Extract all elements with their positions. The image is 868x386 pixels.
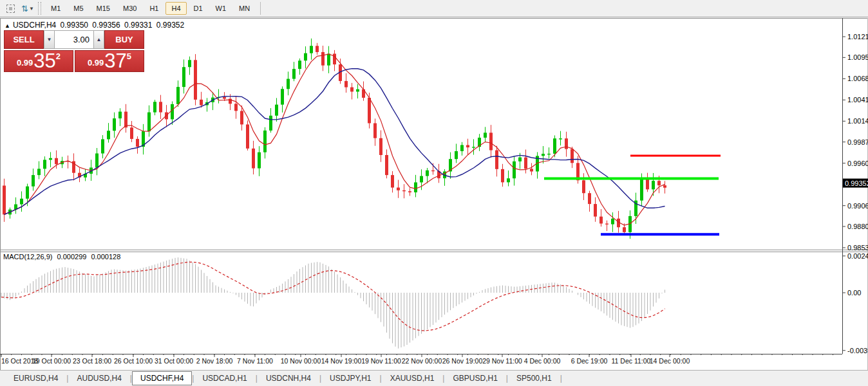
time-tick-label: 22 Nov 00:00 xyxy=(402,357,442,365)
volume-down-button[interactable]: ▼ xyxy=(44,30,55,49)
timeframe-button-m30[interactable]: M30 xyxy=(117,2,142,15)
tab-usdchf-h4[interactable]: USDCHF,H4 xyxy=(132,371,192,385)
timeframe-button-m1[interactable]: M1 xyxy=(45,2,66,15)
time-tick-label: 26 Nov 19:00 xyxy=(442,357,483,365)
time-tick-label: 31 Oct 00:00 xyxy=(155,357,193,365)
price-tick-label: 0.98530 xyxy=(847,244,868,252)
ohlc-open: 0.99350 xyxy=(61,21,88,30)
macd-tick-label: 0.00 xyxy=(847,289,861,297)
timeframe-button-w1[interactable]: W1 xyxy=(210,2,232,15)
toolbar-grip xyxy=(38,2,41,15)
buy-price-prefix: 0.99 xyxy=(88,57,104,70)
price-tick-label: 1.00140 xyxy=(847,117,868,125)
selection-icon[interactable] xyxy=(3,2,17,15)
collapse-triangle-icon[interactable]: ▲ xyxy=(5,23,10,29)
tab-usdcnh-h4[interactable]: USDCNH,H4 xyxy=(258,372,319,385)
sell-button[interactable]: SELL xyxy=(4,30,44,49)
buy-button[interactable]: BUY xyxy=(104,30,144,49)
sell-price-button[interactable]: 0.99 35 2 xyxy=(4,50,73,72)
timeframe-button-m15[interactable]: M15 xyxy=(91,2,116,15)
timeframe-button-h1[interactable]: H1 xyxy=(144,2,164,15)
time-tick-label: 23 Oct 18:00 xyxy=(73,357,111,365)
volume-input[interactable] xyxy=(55,30,93,49)
tab-eurusd-h4[interactable]: EURUSD,H4 xyxy=(5,372,66,385)
toolbar-separator xyxy=(260,2,261,15)
price-tick-label: 1.00680 xyxy=(847,75,868,82)
symbol-tabbar: EURUSD,H4|AUDUSD,H4|USDCHF,H4|USDCAD,H1|… xyxy=(0,370,868,386)
macd-signal-value: 0.000128 xyxy=(91,253,120,261)
ohlc-high: 0.99356 xyxy=(92,21,120,30)
tab-usdcad-h1[interactable]: USDCAD,H1 xyxy=(194,372,255,385)
price-tick-label: 1.00410 xyxy=(847,96,868,104)
tab-separator: | xyxy=(560,374,562,383)
buy-price-button[interactable]: 0.99 37 5 xyxy=(75,50,144,72)
time-tick-label: 19 Nov 11:00 xyxy=(361,357,401,365)
current-price-label: 0.99352 xyxy=(845,179,868,187)
ohlc-close: 0.99352 xyxy=(156,21,184,30)
tab-usdjpy-h1[interactable]: USDJPY,H1 xyxy=(321,372,379,385)
chart-symbol: USDCHF,H4 xyxy=(13,21,56,30)
price-tick-label: 0.99875 xyxy=(847,138,868,146)
timeframe-button-d1[interactable]: D1 xyxy=(188,2,209,15)
sell-price-prefix: 0.99 xyxy=(17,57,33,70)
price-tick-label: 1.00950 xyxy=(847,53,868,61)
volume-up-button[interactable]: ▲ xyxy=(93,30,104,49)
buy-price-sup: 5 xyxy=(127,51,131,61)
timeframe-button-m5[interactable]: M5 xyxy=(68,2,89,15)
macd-name: MACD(12,26,9) xyxy=(3,253,52,261)
one-click-trade-panel: SELL ▼ ▲ BUY 0.99 35 2 0.99 37 5 xyxy=(4,30,144,72)
toolbar: ⇅▼ M1M5M15M30H1H4D1W1MN xyxy=(0,0,868,17)
macd-label: MACD(12,26,9) 0.000299 0.000128 xyxy=(3,253,123,261)
buy-price-big: 37 xyxy=(104,52,126,70)
time-tick-label: 14 Nov 19:00 xyxy=(321,357,362,365)
macd-tick-label: 0.002492 xyxy=(847,252,868,260)
tab-sp500-h1[interactable]: SP500,H1 xyxy=(508,372,560,385)
price-tick-label: 0.98800 xyxy=(847,223,868,230)
ohlc-low: 0.99331 xyxy=(124,21,152,30)
macd-tick-label: -0.003913 xyxy=(847,347,868,354)
time-tick-label: 19 Oct 00:00 xyxy=(32,357,71,365)
time-tick-label: 7 Nov 11:00 xyxy=(237,357,273,365)
trading-terminal-window: { "toolbar": { "timeframes": ["M1","M5",… xyxy=(0,0,868,386)
timeframe-button-h4[interactable]: H4 xyxy=(165,2,186,15)
price-tick-label: 0.99605 xyxy=(847,160,868,167)
tab-xauusd-h1[interactable]: XAUUSD,H1 xyxy=(382,372,443,385)
swap-arrows-icon[interactable]: ⇅▼ xyxy=(21,2,35,15)
sell-price-sup: 2 xyxy=(56,51,61,61)
time-tick-label: 11 Dec 11:00 xyxy=(612,357,651,365)
chart-title: ▲USDCHF,H4 0.99350 0.99356 0.99331 0.993… xyxy=(5,21,186,30)
tab-gbpusd-h1[interactable]: GBPUSD,H1 xyxy=(444,372,505,385)
timeframe-button-mn[interactable]: MN xyxy=(233,2,256,15)
time-tick-label: 14 Dec 00:00 xyxy=(650,357,690,365)
macd-main-value: 0.000299 xyxy=(57,253,86,261)
price-tick-label: 1.01215 xyxy=(847,33,868,41)
timeframe-group: M1M5M15M30H1H4D1W1MN xyxy=(44,2,256,15)
tab-audusd-h4[interactable]: AUDUSD,H4 xyxy=(68,372,129,385)
time-tick-label: 10 Nov 00:00 xyxy=(281,357,321,365)
dropdown-caret-icon: ▼ xyxy=(29,6,34,12)
time-tick-label: 4 Dec 00:00 xyxy=(524,357,561,365)
time-tick-label: 29 Nov 11:00 xyxy=(482,357,522,365)
time-tick-label: 2 Nov 18:00 xyxy=(196,357,233,365)
time-tick-label: 6 Dec 19:00 xyxy=(571,357,608,365)
sell-price-big: 35 xyxy=(33,52,55,70)
price-tick-label: 0.99065 xyxy=(847,202,868,210)
time-tick-label: 26 Oct 10:00 xyxy=(114,357,153,365)
